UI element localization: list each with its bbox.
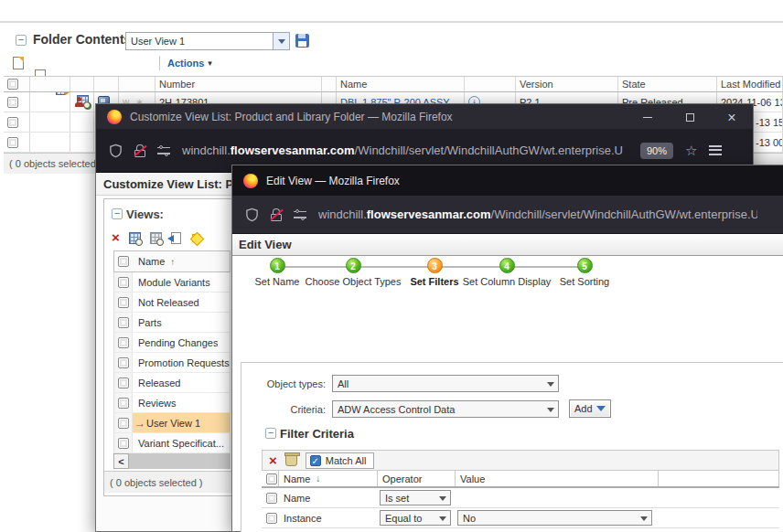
permissions-icon[interactable] — [294, 210, 306, 219]
list-item[interactable]: Module Variants — [113, 272, 231, 293]
collapse-icon[interactable]: − — [16, 35, 27, 46]
filter-row[interactable]: Instance Equal to No — [262, 508, 779, 528]
maximize-button[interactable] — [683, 110, 696, 126]
shield-icon[interactable] — [109, 144, 123, 158]
col-state[interactable]: State — [618, 77, 717, 91]
select-all-cell[interactable] — [4, 77, 30, 91]
bookmark-star-icon[interactable]: ☆ — [685, 144, 697, 157]
collapse-icon[interactable]: − — [265, 428, 276, 439]
edit-view-icon[interactable] — [129, 232, 141, 244]
divider — [0, 21, 783, 23]
select-all-checkbox[interactable] — [266, 473, 277, 484]
copy-view-icon[interactable] — [150, 232, 162, 244]
col-last-modified[interactable]: Last Modified — [717, 77, 783, 91]
zoom-level-badge[interactable]: 90% — [640, 143, 673, 159]
edit-view-window: Edit View — Mozilla Firefox windchill.fl… — [231, 165, 783, 532]
filter-row-name: Name — [279, 488, 378, 507]
insecure-lock-icon[interactable] — [271, 208, 282, 221]
permissions-icon[interactable] — [157, 146, 170, 155]
edit-view-heading-bar — [232, 234, 783, 256]
remove-criteria-icon[interactable]: × — [269, 454, 277, 467]
views-name-header[interactable]: Name — [133, 256, 165, 267]
save-view-button[interactable] — [295, 34, 309, 48]
row-checkbox[interactable] — [7, 137, 18, 148]
filter-criteria-toolbar: × ✓ Match All — [262, 450, 779, 471]
window2-urlbar: windchill.flowservesanmar.com/Windchill/… — [232, 196, 783, 234]
new-object-icon[interactable] — [13, 57, 24, 69]
menu-icon[interactable] — [709, 145, 722, 155]
url-text[interactable]: windchill.flowservesanmar.com/Windchill/… — [318, 207, 757, 221]
view-selector[interactable]: User View 1 — [125, 32, 290, 50]
table-header-row: Number Name Version State Last Modified — [4, 77, 783, 92]
row-checkbox[interactable] — [266, 513, 277, 524]
filter-col-value[interactable]: Value — [456, 471, 659, 486]
shield-icon[interactable] — [245, 207, 259, 222]
value-select[interactable]: No — [457, 510, 652, 526]
folder-contents-header: − Folder Contents User View 1 — [0, 27, 783, 53]
horizontal-scrollbar[interactable]: < — [113, 453, 231, 469]
filter-criteria-table: Name↓ Operator Value Name Is set In — [262, 471, 779, 528]
operator-select[interactable]: Is set — [380, 490, 451, 505]
col-version[interactable]: Version — [516, 77, 618, 91]
select-all-checkbox[interactable] — [118, 256, 129, 267]
new-view-icon[interactable] — [192, 234, 200, 242]
edit-view-heading: Edit View — [239, 238, 292, 251]
row-checkbox[interactable] — [7, 97, 18, 108]
caret-down-icon — [596, 406, 606, 411]
object-types-select[interactable]: All — [332, 375, 559, 392]
match-all-toggle[interactable]: ✓ Match All — [306, 452, 375, 469]
operator-select[interactable]: Equal to — [380, 510, 451, 526]
list-item[interactable]: Pending Changes — [113, 333, 231, 353]
criteria-select[interactable]: ADW Access Control Data — [332, 400, 559, 418]
delete-view-icon[interactable]: × — [112, 231, 120, 244]
list-item[interactable]: Not Released — [113, 293, 231, 313]
insecure-lock-icon[interactable] — [134, 144, 145, 157]
add-criteria-button[interactable]: Add — [569, 399, 611, 418]
window2-page: Edit View 1 Set Name 2 Choose Object Typ… — [232, 234, 783, 531]
folder-toolbar: Actions ▾ — [0, 53, 783, 75]
firefox-icon — [107, 110, 122, 124]
views-header-row: Name ↑ — [113, 250, 231, 272]
toolbar-divider — [159, 56, 160, 70]
minimize-button[interactable] — [641, 110, 654, 126]
row-checkbox[interactable] — [118, 378, 129, 388]
row-checkbox[interactable] — [118, 398, 129, 409]
col-number[interactable]: Number — [156, 77, 322, 91]
list-item[interactable]: Parts — [113, 313, 231, 333]
list-item[interactable]: Reviews — [113, 393, 231, 413]
list-item-selected[interactable]: →User View 1 — [113, 413, 231, 433]
row-checkbox[interactable] — [118, 317, 129, 328]
select-all-checkbox[interactable] — [7, 79, 18, 90]
row-checkbox[interactable] — [118, 418, 129, 429]
list-item[interactable]: Released — [113, 373, 231, 393]
close-button[interactable]: × — [725, 110, 738, 126]
sort-desc-icon: ↓ — [316, 473, 320, 484]
col-name[interactable]: Name — [337, 77, 465, 91]
list-item[interactable]: Promotion Requests — [113, 353, 231, 373]
chevron-down-icon[interactable] — [273, 33, 289, 49]
actions-menu[interactable]: Actions ▾ — [167, 58, 212, 69]
match-all-checkbox[interactable]: ✓ — [310, 455, 321, 466]
filter-row[interactable]: Name Is set — [262, 488, 779, 508]
list-item[interactable]: Variant Specificat... — [113, 433, 231, 453]
row-checkbox[interactable] — [118, 438, 129, 449]
views-table: Name ↑ Module Variants Not Released Part… — [113, 250, 231, 453]
row-checkbox[interactable] — [118, 337, 129, 348]
collapse-icon[interactable]: − — [112, 208, 123, 219]
url-text[interactable]: windchill.flowservesanmar.com/Windchill/… — [182, 144, 628, 157]
view-selector-value: User View 1 — [131, 36, 185, 47]
checked-out-user-icon — [74, 97, 84, 107]
window2-title: Edit View — Mozilla Firefox — [266, 175, 400, 187]
scroll-left-button[interactable]: < — [113, 453, 129, 469]
trash-icon[interactable] — [285, 454, 297, 466]
filter-col-operator[interactable]: Operator — [378, 471, 456, 486]
row-checkbox[interactable] — [118, 277, 129, 288]
import-view-icon[interactable] — [171, 232, 181, 244]
window2-titlebar[interactable]: Edit View — Mozilla Firefox — [232, 165, 783, 196]
row-checkbox[interactable] — [7, 117, 18, 128]
row-checkbox[interactable] — [118, 357, 129, 368]
wizard-step-set-sorting[interactable]: 5 Set Sorting — [525, 256, 644, 287]
row-checkbox[interactable] — [266, 493, 277, 504]
row-checkbox[interactable] — [118, 297, 129, 308]
current-view-arrow-icon: → — [134, 417, 145, 430]
